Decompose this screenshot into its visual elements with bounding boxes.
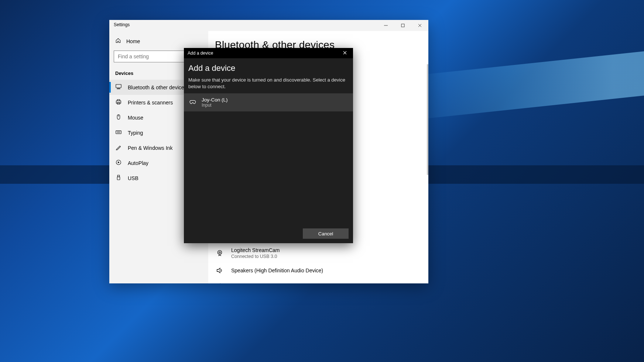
discoverable-device-type: Input [202,103,228,108]
sidebar-item-label: Typing [128,130,143,136]
usb-icon [115,174,122,182]
cancel-button[interactable]: Cancel [303,228,349,239]
close-button[interactable] [411,20,428,31]
maximize-button[interactable] [394,20,411,31]
svg-rect-8 [116,131,121,134]
mouse-icon [115,114,122,121]
sidebar-item-label: USB [128,175,138,181]
bluetooth-devices-icon [115,83,122,91]
autoplay-icon [115,159,122,167]
window-titlebar: Settings [109,20,428,31]
dialog-hint: Make sure that your device is turned on … [188,77,349,90]
device-row[interactable]: Logitech StreamCam Connected to USB 3.0 [215,244,422,263]
dialog-heading: Add a device [188,63,349,73]
scrollbar[interactable] [427,64,428,175]
svg-rect-2 [117,89,120,89]
gamepad-icon [188,98,196,107]
svg-rect-0 [401,24,404,27]
svg-rect-12 [117,175,119,177]
svg-rect-3 [116,101,121,103]
printer-icon [115,99,122,106]
window-title: Settings [109,20,134,31]
device-name: Speakers (THX Spatial Audio) [231,283,300,283]
device-name: Logitech StreamCam [231,247,280,253]
svg-rect-4 [117,100,120,101]
dialog-titlebar: Add a device [184,48,353,58]
discoverable-device-name: Joy-Con (L) [202,97,228,103]
sidebar-item-label: Printers & scanners [128,100,173,106]
sidebar-item-label: Mouse [128,115,143,121]
device-row[interactable]: Speakers (THX Spatial Audio) [215,278,422,283]
discoverable-device[interactable]: Joy-Con (L) Input [184,93,353,111]
wallpaper-glow [406,49,644,121]
dialog-close-button[interactable] [340,51,349,56]
speaker-icon [215,266,225,275]
svg-rect-13 [117,177,120,180]
minimize-button[interactable] [377,20,394,31]
add-device-dialog: Add a device Add a device Make sure that… [184,48,353,243]
sidebar-home-label: Home [126,38,140,44]
device-name: Speakers (High Definition Audio Device) [231,268,323,273]
keyboard-icon [115,129,122,137]
device-status: Connected to USB 3.0 [231,254,280,259]
device-row[interactable]: Speakers (High Definition Audio Device) [215,263,422,278]
sidebar-item-label: Pen & Windows Ink [128,145,172,151]
speaker-icon [215,282,225,283]
webcam-icon [215,249,225,257]
sidebar-item-label: AutoPlay [128,160,148,166]
home-icon [115,38,121,45]
svg-point-15 [219,252,220,253]
dialog-titlebar-label: Add a device [188,51,213,56]
sidebar-item-label: Bluetooth & other devices [128,85,187,90]
pen-icon [115,144,122,152]
svg-rect-1 [116,85,121,88]
svg-point-14 [218,251,222,255]
sidebar-home[interactable]: Home [109,34,208,48]
